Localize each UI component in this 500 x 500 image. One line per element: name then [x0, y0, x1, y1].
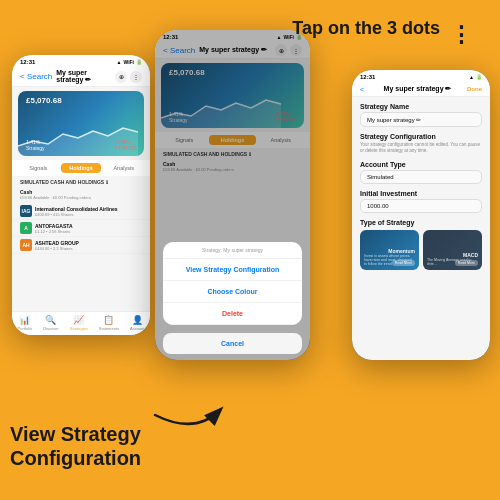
table-row: IAG International Consolidated Airlines …: [12, 203, 150, 220]
momentum-read-more[interactable]: Read More: [392, 260, 415, 266]
nav-strategies-label: Strategies: [70, 326, 88, 331]
antofagasta-info: ANTOFAGASTA £1.12 • 2.56 Shares: [35, 223, 142, 234]
phone-3-title: My super strategy ✏: [384, 85, 452, 93]
phone-3: 12:31 ▲ 🔋 < My super strategy ✏ Done Str…: [352, 70, 490, 360]
phone-1-menu-icon[interactable]: ⋮: [130, 71, 142, 83]
phone-1-tab-holdings[interactable]: Holdings: [61, 163, 102, 173]
phone-1-nav-icons: ⊕ ⋮: [115, 71, 142, 83]
account-type-title: Account Type: [360, 161, 482, 168]
strategy-name-input[interactable]: My super strategy ✏: [360, 112, 482, 127]
phone-1-cash-available: £59.66 Available · £0.00 Pending orders: [20, 195, 142, 200]
macd-card[interactable]: MACD The Moving Average used to dete... …: [423, 230, 482, 270]
strategy-name-title: Strategy Name: [360, 103, 482, 110]
choose-colour-button[interactable]: Choose Colour: [163, 281, 302, 303]
phone-1-wifi: WiFi: [123, 59, 134, 65]
phone-3-config-content: Strategy Name My super strategy ✏ Strate…: [352, 97, 490, 357]
portfolio-icon: 📊: [19, 315, 30, 325]
phone-1-section-title: SIMULATED CASH AND HOLDINGS ℹ: [12, 176, 150, 186]
strategy-config-title: Strategy Configuration: [360, 133, 482, 140]
nav-account[interactable]: 👤 Account: [130, 315, 144, 331]
discover-icon: 🔍: [45, 315, 56, 325]
phone-1-tab-analysis[interactable]: Analysis: [103, 163, 144, 173]
nav-statements[interactable]: 📋 Statements: [99, 315, 119, 331]
phone-3-time: 12:31: [360, 74, 375, 80]
phone-1-chart: £5,070.68 1.41% Strategy -2.89% FTSE100: [18, 91, 144, 156]
macd-read-more[interactable]: Read More: [455, 260, 478, 266]
nav-discover-label: Discover: [43, 326, 59, 331]
iag-logo: IAG: [20, 205, 32, 217]
phone-2-screen: 12:31 ▲ WiFi 🔋 < Search My super strateg…: [155, 30, 310, 360]
nav-account-label: Account: [130, 326, 144, 331]
phone-1-tabs: Signals Holdings Analysis: [12, 160, 150, 176]
nav-portfolio-label: Portfolio: [18, 326, 33, 331]
phone-1-plus-icon[interactable]: ⊕: [115, 71, 127, 83]
account-type-input[interactable]: Simulated: [360, 170, 482, 184]
strategy-type-cards: Momentum Invest in assets whose prices h…: [360, 230, 482, 270]
antofagasta-logo: A: [20, 222, 32, 234]
phone-1: 12:31 ▲ WiFi 🔋 < Search My super strateg…: [12, 55, 150, 335]
phone-3-done-button[interactable]: Done: [467, 86, 482, 92]
menu-sheet: Strategy: My super strategy View Strateg…: [163, 242, 302, 325]
initial-investment-title: Initial Investment: [360, 190, 482, 197]
phone-1-battery: 🔋: [136, 59, 142, 65]
phone-1-navbar: < Search My super strategy ✏ ⊕ ⋮: [12, 67, 150, 87]
phone-1-signal: ▲: [117, 59, 122, 65]
strategy-config-description: Your strategy configuration cannot be ed…: [360, 142, 482, 155]
table-row: A ANTOFAGASTA £1.12 • 2.56 Shares: [12, 220, 150, 237]
phone-1-tab-signals[interactable]: Signals: [18, 163, 59, 173]
ashtead-sub: £444.66 • 2.5 Shares: [35, 246, 142, 251]
phone-1-portfolio-value: £5,070.68: [26, 96, 62, 105]
nav-strategies[interactable]: 📈 Strategies: [70, 315, 88, 331]
menu-label: Strategy: My super strategy: [163, 242, 302, 259]
nav-discover[interactable]: 🔍 Discover: [43, 315, 59, 331]
annotation-top: Tap on the 3 dots: [292, 18, 440, 40]
nav-portfolio[interactable]: 📊 Portfolio: [18, 315, 33, 331]
phone-1-cash-row: Cash £59.66 Available · £0.00 Pending or…: [12, 186, 150, 203]
phone-1-status-icons: ▲ WiFi 🔋: [117, 59, 142, 65]
phone-2: 12:31 ▲ WiFi 🔋 < Search My super strateg…: [155, 30, 310, 360]
nav-statements-label: Statements: [99, 326, 119, 331]
cancel-button[interactable]: Cancel: [163, 333, 302, 354]
momentum-card[interactable]: Momentum Invest in assets whose prices h…: [360, 230, 419, 270]
dots-icon[interactable]: ⋮: [450, 22, 472, 48]
table-row: AH ASHTEAD GROUP £444.66 • 2.5 Shares: [12, 237, 150, 254]
account-icon: 👤: [132, 315, 143, 325]
phone-1-time: 12:31: [20, 59, 35, 65]
delete-button[interactable]: Delete: [163, 303, 302, 325]
phone-3-battery: 🔋: [476, 74, 482, 80]
phone-3-back-button[interactable]: <: [360, 86, 364, 93]
statements-icon: 📋: [103, 315, 114, 325]
initial-investment-input[interactable]: 1000.00: [360, 199, 482, 213]
phone-1-chart-stat-right: -2.89% FTSE100: [115, 139, 136, 151]
iag-sub: £400.69 • 415 Shares: [35, 212, 142, 217]
phone-3-status-bar: 12:31 ▲ 🔋: [352, 70, 490, 82]
antofagasta-sub: £1.12 • 2.56 Shares: [35, 229, 142, 234]
phone-1-chart-stat-left: 1.41% Strategy: [26, 139, 45, 151]
annotation-bottom: View Strategy Configuration: [10, 422, 150, 470]
type-of-strategy-title: Type of Strategy: [360, 219, 482, 226]
phone-1-screen: 12:31 ▲ WiFi 🔋 < Search My super strateg…: [12, 55, 150, 335]
phone-3-screen: 12:31 ▲ 🔋 < My super strategy ✏ Done Str…: [352, 70, 490, 360]
iag-info: International Consolidated Airlines £400…: [35, 206, 142, 217]
phone-1-back-button[interactable]: < Search: [20, 72, 52, 81]
ashtead-logo: AH: [20, 239, 32, 251]
view-strategy-config-button[interactable]: View Strategy Configuration: [163, 259, 302, 281]
phone-3-status-icons: ▲ 🔋: [469, 74, 482, 80]
phone-3-navbar: < My super strategy ✏ Done: [352, 82, 490, 97]
phone-1-bottom-nav: 📊 Portfolio 🔍 Discover 📈 Strategies 📋 St…: [12, 311, 150, 335]
phone-1-title: My super strategy ✏: [56, 69, 115, 84]
phone-3-signal: ▲: [469, 74, 474, 80]
phone-1-status-bar: 12:31 ▲ WiFi 🔋: [12, 55, 150, 67]
ashtead-info: ASHTEAD GROUP £444.66 • 2.5 Shares: [35, 240, 142, 251]
strategies-icon: 📈: [73, 315, 84, 325]
